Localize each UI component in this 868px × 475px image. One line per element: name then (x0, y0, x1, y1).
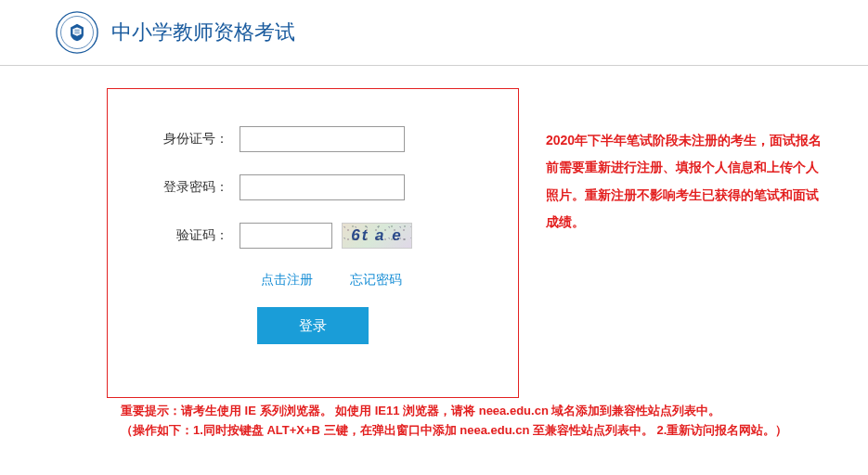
bottom-notice-line1: 重要提示：请考生使用 IE 系列浏览器。 如使用 IE11 浏览器，请将 nee… (121, 402, 868, 421)
captcha-text: 6t a e (351, 226, 402, 245)
id-row: 身份证号： (136, 126, 490, 152)
id-label: 身份证号： (136, 131, 228, 148)
side-notice: 2020年下半年笔试阶段未注册的考生，面试报名前需要重新进行注册、填报个人信息和… (546, 127, 824, 237)
site-title: 中小学教师资格考试 (111, 19, 295, 46)
captcha-label: 验证码： (136, 227, 228, 244)
login-button[interactable]: 登录 (257, 307, 369, 344)
captcha-input[interactable] (240, 223, 332, 249)
captcha-image[interactable]: 6t a e (342, 223, 412, 249)
page-header: 中小学教师资格考试 (0, 0, 868, 66)
forgot-password-link[interactable]: 忘记密码 (350, 272, 402, 287)
logo-icon (56, 11, 98, 54)
main-content: 身份证号： 登录密码： 验证码： 6t a e 点击注册 忘记密码 登录 202… (0, 66, 868, 398)
bottom-notice: 重要提示：请考生使用 IE 系列浏览器。 如使用 IE11 浏览器，请将 nee… (0, 398, 868, 441)
password-row: 登录密码： (136, 174, 490, 200)
login-form-box: 身份证号： 登录密码： 验证码： 6t a e 点击注册 忘记密码 登录 (107, 88, 519, 398)
id-input[interactable] (240, 126, 405, 152)
password-input[interactable] (240, 174, 405, 200)
password-label: 登录密码： (136, 179, 228, 196)
links-row: 点击注册 忘记密码 (136, 271, 490, 289)
bottom-notice-line2: （操作如下：1.同时按键盘 ALT+X+B 三键，在弹出窗口中添加 neea.e… (121, 421, 868, 441)
register-link[interactable]: 点击注册 (261, 272, 313, 287)
captcha-row: 验证码： 6t a e (136, 223, 490, 249)
